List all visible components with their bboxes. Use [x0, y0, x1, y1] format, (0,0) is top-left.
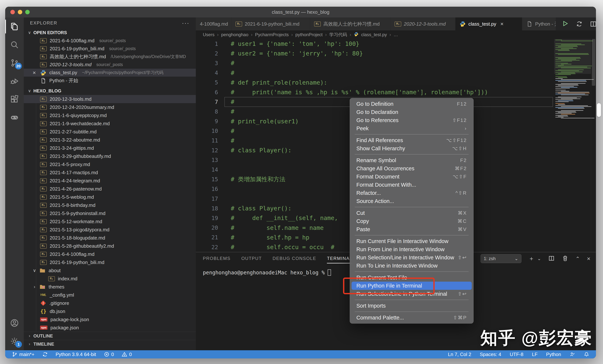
tree-item[interactable]: M↓2020-12-3-tools.md — [24, 95, 196, 103]
kill-terminal-icon[interactable] — [562, 255, 568, 262]
activity-account-icon[interactable] — [5, 314, 24, 332]
menu-item-go-to-declaration[interactable]: Go to Declaration — [352, 108, 472, 116]
tree-item[interactable]: M↓2021-3-29-githubbeautify.md — [24, 152, 196, 160]
chevron-down-icon[interactable]: ⌄ — [537, 256, 541, 261]
status-item[interactable]: Spaces: 4 — [480, 352, 501, 357]
close-tab-icon[interactable]: × — [500, 21, 504, 27]
project-section-header[interactable]: ∨ HEXO_BLOG — [24, 87, 196, 95]
status-item[interactable]: Python 3.9.4 64-bit — [56, 352, 96, 357]
status-item[interactable]: Python — [546, 352, 561, 357]
breadcrumb-item[interactable]: penghonghao — [221, 32, 248, 37]
activity-gamepad-icon[interactable] — [5, 108, 24, 127]
tree-item[interactable]: M↓2021-4-17-mactips.md — [24, 168, 196, 177]
chevron-right-icon[interactable]: › — [32, 284, 37, 289]
tree-item[interactable]: M↓2021-5-28-githubbeautify2.md — [24, 242, 196, 250]
status-item[interactable]: Ln 7, Col 2 — [448, 352, 471, 357]
tree-item[interactable]: M↓2021-5-8-birthday.md — [24, 201, 196, 209]
run-file-button[interactable] — [561, 20, 569, 28]
breadcrumb-item[interactable]: Users — [203, 32, 215, 37]
menu-item-run-selection-line-in-interactive-window[interactable]: Run Selection/Line in Interactive Window… — [352, 253, 472, 262]
activity-source-control-icon[interactable]: 20 — [5, 54, 24, 72]
breadcrumb-item[interactable]: class_test.py — [361, 32, 387, 37]
tree-item[interactable]: M↓2021-5-9-pythoninstall.md — [24, 209, 196, 217]
status-item-sync[interactable] — [42, 352, 48, 357]
breadcrumb-item[interactable]: PycharmProjects — [255, 32, 289, 37]
shell-select[interactable]: 1: zsh ⌄ — [481, 254, 522, 263]
tree-item[interactable]: npmpackage.json — [24, 324, 196, 332]
open-editor-item[interactable]: Python - 开始 — [24, 77, 196, 85]
open-editors-section-header[interactable]: ∨ OPEN EDITORS — [24, 29, 196, 37]
menu-item-command-palette[interactable]: Command Palette...⇧⌘P — [352, 314, 472, 322]
tree-item[interactable]: M↓2021-5-13-picgo&typora.md — [24, 226, 196, 234]
menu-item-cut[interactable]: Cut⌘X — [352, 209, 472, 217]
open-editor-item[interactable]: M↓高效能人士的七种习惯.md/Users/penghonghao/OneDri… — [24, 53, 196, 61]
tree-item[interactable]: {}db.json — [24, 307, 196, 315]
code-line[interactable]: 3 # — [196, 58, 596, 68]
tab-2020-12-3-tools.md[interactable]: M↓2020-12-3-tools.md — [391, 17, 455, 30]
menu-item-go-to-references[interactable]: Go to References⇧F12 — [352, 116, 472, 124]
minimize-window-icon[interactable] — [18, 10, 22, 14]
tree-item[interactable]: npmpackage-lock.json — [24, 315, 196, 324]
tab-2021-6-19-python_bili.md[interactable]: M↓2021-6-19-python_bili.md — [232, 17, 310, 30]
tree-item[interactable]: M↓2021-6-4-100flag.md — [24, 250, 196, 258]
activity-files-icon[interactable] — [5, 17, 24, 36]
split-editor-icon[interactable] — [590, 20, 596, 28]
open-editor-item[interactable]: ×class_test.py~/PycharmProjects/pythonPr… — [24, 69, 196, 77]
menu-item-format-document-with[interactable]: Format Document With... — [352, 181, 472, 189]
new-terminal-button[interactable]: ＋ — [528, 255, 534, 263]
tree-item[interactable]: M↓2021-5-12-workmate.md — [24, 217, 196, 226]
tree-item[interactable]: M↓2021-5-18-blogupdate.md — [24, 234, 196, 242]
status-item-error[interactable]: 0 — [104, 352, 114, 357]
status-item[interactable]: UTF-8 — [510, 352, 523, 357]
tree-item[interactable]: M↓2021-3-22-aboutme.md — [24, 136, 196, 144]
panel-tab-debug-console[interactable]: DEBUG CONSOLE — [273, 256, 316, 261]
close-window-icon[interactable] — [10, 10, 15, 14]
run-below-icon[interactable] — [576, 20, 583, 28]
split-terminal-icon[interactable] — [548, 255, 555, 262]
menu-item-format-document[interactable]: Format Document⌥⇧F — [352, 173, 472, 181]
open-editor-item[interactable]: M↓2021-6-4-100flag.mdsource/_posts — [24, 37, 196, 45]
maximize-window-icon[interactable] — [25, 10, 30, 14]
tree-item[interactable]: M↓2021-2-27-subtitle.md — [24, 128, 196, 136]
code-line[interactable]: 2 # user2 = {'name': 'jerry', 'hp': 80} — [196, 49, 596, 58]
menu-item-change-all-occurrences[interactable]: Change All Occurrences⌘F2 — [352, 164, 472, 173]
open-editor-item[interactable]: M↓2020-12-3-tools.mdsource/_posts — [24, 61, 196, 69]
panel-tab-output[interactable]: OUTPUT — [241, 256, 262, 261]
tree-item[interactable]: M↓index.md — [24, 275, 196, 283]
tab-4-100flag.md[interactable]: 4-100flag.md — [196, 17, 232, 30]
panel-tab-problems[interactable]: PROBLEMS — [203, 256, 231, 261]
code-line[interactable]: 4 # — [196, 68, 596, 78]
maximize-panel-icon[interactable]: ⌃ — [576, 256, 580, 262]
menu-item-paste[interactable]: Paste⌘V — [352, 225, 472, 233]
menu-item-run-from-line-in-interactive-window[interactable]: Run From Line in Interactive Window — [352, 245, 472, 253]
status-item-branch[interactable]: main*+ — [12, 352, 35, 357]
menu-item-source-action[interactable]: Source Action... — [352, 197, 472, 205]
tree-item[interactable]: M↓2021-6-19-python_bili.md — [24, 258, 196, 266]
tree-item[interactable]: M↓2021-3-24-gittips.md — [24, 144, 196, 152]
tab-_.md[interactable]: M↓高效能人士的七种习惯.md — [310, 17, 391, 30]
activity-search-icon[interactable] — [5, 36, 24, 54]
code-line[interactable]: 6 # print('name is %s ,hp is %s' % (role… — [196, 87, 596, 97]
menu-item-copy[interactable]: Copy⌘C — [352, 217, 472, 225]
tree-item[interactable]: .gitignore — [24, 299, 196, 307]
status-item[interactable]: LF — [532, 352, 538, 357]
tab-Python_-_[interactable]: Python - 开始 — [522, 17, 556, 30]
tree-item[interactable]: M↓2021-4-24-telegram.md — [24, 177, 196, 185]
menu-item-run-to-line-in-interactive-window[interactable]: Run To Line in Interactive Window — [352, 262, 472, 270]
code-line[interactable]: 1 # user1 = {'name': 'tom', 'hp': 100} — [196, 39, 596, 49]
status-item-warning[interactable]: 0 — [122, 352, 132, 357]
breadcrumb-item[interactable]: … — [394, 32, 398, 37]
tree-item[interactable]: M↓2021-1-9-wechatdecade.md — [24, 119, 196, 128]
menu-item-go-to-definition[interactable]: Go to DefinitionF12 — [352, 100, 472, 108]
code-line[interactable]: 5 # def print_role(rolename): — [196, 78, 596, 87]
chevron-down-icon[interactable]: ∨ — [32, 268, 37, 273]
minimap-slider[interactable] — [554, 39, 591, 74]
breadcrumb-item[interactable]: pythonProject — [295, 32, 323, 37]
breadcrumb[interactable]: Users›penghonghao›PycharmProjects›python… — [196, 30, 596, 39]
scrollbar[interactable] — [591, 39, 596, 252]
menu-item-refactor[interactable]: Refactor...^⇧R — [352, 189, 472, 197]
close-editor-icon[interactable]: × — [33, 70, 36, 76]
tree-item[interactable]: M↓2021-1-6-qiuyepptcopy.md — [24, 111, 196, 119]
open-editor-item[interactable]: M↓2021-6-19-python_bili.mdsource/_posts — [24, 45, 196, 53]
activity-gear-icon[interactable]: 1 — [5, 332, 24, 350]
